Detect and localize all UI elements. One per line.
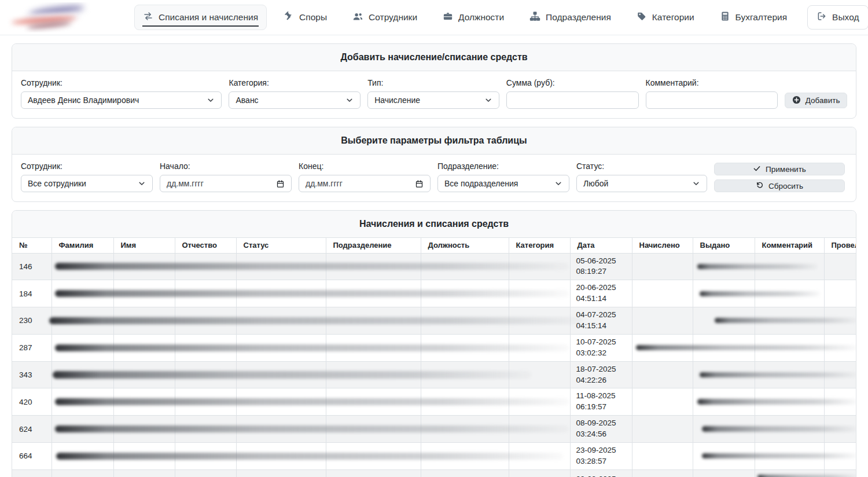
filter-department-select[interactable]: Все подразделения <box>437 175 569 192</box>
table-cell <box>236 361 326 388</box>
table-cell <box>113 469 175 477</box>
filter-end-field: Конец: дд.мм.гггг <box>299 162 431 192</box>
rotate-ccw-icon <box>756 181 764 191</box>
date-cell: 10-07-202503:02:32 <box>570 334 632 361</box>
start-date-input[interactable]: дд.мм.гггг <box>160 175 292 192</box>
sign-out-icon <box>816 11 827 24</box>
add-comment-input[interactable] <box>646 91 778 109</box>
plus-circle-icon <box>792 96 801 106</box>
table-cell <box>755 416 824 443</box>
table-cell <box>421 307 509 335</box>
add-type-label: Тип: <box>367 78 499 87</box>
add-card-body: Сотрудник: Авдеев Денис Владимирович Кат… <box>12 71 856 118</box>
start-date-placeholder: дд.мм.гггг <box>167 179 204 188</box>
tab-spory[interactable]: Споры <box>275 5 336 30</box>
add-type-field: Тип: Начисление <box>367 78 499 109</box>
table-cell <box>326 469 421 477</box>
table-cell <box>175 280 236 307</box>
filter-status-select[interactable]: Любой <box>576 175 707 192</box>
table-cell <box>755 334 824 361</box>
end-date-input[interactable]: дд.мм.гггг <box>299 175 431 192</box>
filter-card-body: Сотрудник: Все сотрудники Начало: дд.мм.… <box>12 155 856 201</box>
table-cell <box>326 280 421 307</box>
filter-department-field: Подразделение: Все подразделения <box>437 162 569 192</box>
table-cell <box>824 442 856 469</box>
table-cell <box>52 361 113 388</box>
tab-dolzhnosti[interactable]: Должности <box>434 5 513 30</box>
table-cell <box>632 469 693 477</box>
exchange-icon <box>143 11 153 24</box>
add-amount-input[interactable] <box>506 91 639 109</box>
add-category-select[interactable]: Аванс <box>229 91 361 109</box>
table-cell <box>113 442 175 469</box>
table-cell <box>326 442 421 469</box>
logout-label: Выход <box>832 12 859 23</box>
date-cell: 11-08-202506:19:57 <box>570 388 632 416</box>
date-cell: 04-07-202504:15:14 <box>570 307 632 335</box>
table-cell <box>236 280 326 307</box>
chevron-down-icon <box>484 96 492 104</box>
table-cell <box>113 388 175 416</box>
add-category-label: Категория: <box>229 78 361 87</box>
table-cell <box>326 334 421 361</box>
filter-card-header: Выберите параметры фильтра таблицы <box>12 127 856 155</box>
table-cell <box>175 334 236 361</box>
add-type-select[interactable]: Начисление <box>367 91 499 109</box>
filter-start-field: Начало: дд.мм.гггг <box>160 162 292 192</box>
date-cell: 18-07-202504:22:26 <box>570 361 632 388</box>
time-value: 04:22:26 <box>576 375 626 386</box>
add-card-header: Добавить начисление/списание средств <box>12 44 856 71</box>
table-row: 23004-07-202504:15:14 <box>12 307 856 335</box>
table-cell <box>693 253 755 280</box>
date-value: 23-09-2025 <box>576 445 626 456</box>
reset-button-label: Сбросить <box>768 182 803 190</box>
tab-sotrudniki[interactable]: Сотрудники <box>344 5 426 31</box>
reset-button[interactable]: Сбросить <box>714 179 845 192</box>
calendar-icon[interactable] <box>276 179 285 188</box>
table-cell <box>509 388 570 416</box>
column-header: Должность <box>421 238 509 253</box>
tab-label: Бухгалтерия <box>735 12 788 23</box>
records-card: Начисления и списания средств №ФамилияИм… <box>12 210 856 477</box>
tab-kategorii[interactable]: Категории <box>628 5 703 30</box>
row-number-cell: 624 <box>12 416 52 443</box>
table-cell <box>509 280 570 307</box>
calendar-icon[interactable] <box>415 179 424 188</box>
table-cell <box>236 388 326 416</box>
filter-end-label: Конец: <box>299 162 431 171</box>
table-cell <box>755 361 824 388</box>
add-amount-field: Сумма (руб): <box>506 78 639 109</box>
table-cell <box>509 442 570 469</box>
table-cell <box>113 307 175 335</box>
tab-podrazdeleniya[interactable]: Подразделения <box>521 5 620 31</box>
add-employee-select[interactable]: Авдеев Денис Владимирович <box>21 91 222 109</box>
briefcase-icon <box>443 11 453 24</box>
column-header: Отчество <box>175 238 236 253</box>
table-cell <box>113 280 175 307</box>
gavel-icon <box>284 11 294 24</box>
users-icon <box>352 11 363 24</box>
logout-button[interactable]: Выход <box>807 5 868 30</box>
add-card: Добавить начисление/списание средств Сот… <box>12 43 856 119</box>
filter-status-value: Любой <box>583 179 608 188</box>
table-cell <box>52 280 113 307</box>
add-type-value: Начисление <box>374 96 420 105</box>
table-cell <box>509 416 570 443</box>
chevron-down-icon <box>692 179 700 188</box>
table-cell <box>632 388 693 416</box>
date-cell: 23-09-202503:28:57 <box>570 442 632 469</box>
tab-spisaniya[interactable]: Списания и начисления <box>134 5 267 30</box>
table-cell <box>113 253 175 280</box>
add-button[interactable]: Добавить <box>785 93 847 108</box>
filter-employee-select[interactable]: Все сотрудники <box>21 175 153 192</box>
column-header: Категория <box>509 238 570 253</box>
table-row: 14605-06-202508:19:27 <box>12 253 856 280</box>
apply-button[interactable]: Применить <box>714 163 845 175</box>
tab-buhgalteriya[interactable]: Бухгалтерия <box>711 5 796 30</box>
table-cell <box>824 253 856 280</box>
table-cell <box>175 469 236 477</box>
table-cell <box>509 469 570 477</box>
row-number-cell: 664 <box>12 442 52 469</box>
sitemap-icon <box>529 11 540 24</box>
date-cell: 05-06-202508:19:27 <box>570 253 632 280</box>
